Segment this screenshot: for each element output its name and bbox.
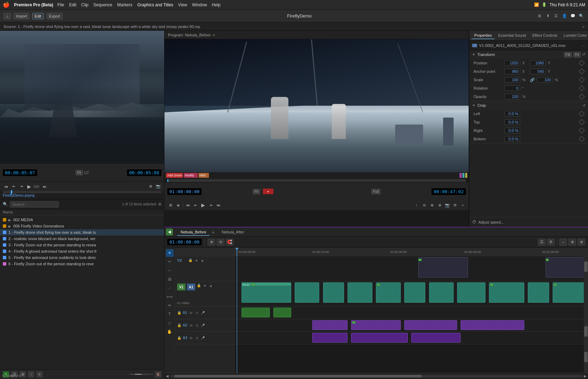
properties-more-btn[interactable]: ··· xyxy=(582,43,585,48)
track-a1-target[interactable]: A1 xyxy=(187,283,195,290)
program-settings[interactable]: ⚙ xyxy=(452,202,458,208)
clip-a3-1[interactable] xyxy=(312,333,348,343)
timeline-timecode[interactable]: 01:00:00:00 xyxy=(167,239,202,245)
source-camera[interactable]: 📷 xyxy=(155,183,161,190)
menu-help[interactable]: Help xyxy=(212,2,220,7)
list-item[interactable]: ▶ 002 MEDIA xyxy=(0,217,164,223)
clip-v1-6[interactable] xyxy=(404,282,426,303)
effect-add-snow[interactable]: Add Snow xyxy=(166,173,183,178)
clip-a1-2[interactable] xyxy=(273,308,291,317)
source-timecode[interactable]: 00:00:05:07 xyxy=(3,169,37,176)
clip-v1-7[interactable] xyxy=(429,282,454,303)
program-step-fwd[interactable]: ↠ xyxy=(208,202,214,208)
anchor-y[interactable]: 540 xyxy=(530,69,546,74)
track-v2-lock[interactable]: 🔒 xyxy=(188,258,192,262)
program-camera[interactable]: 📷 xyxy=(444,202,450,208)
track-eye-icon[interactable]: 👁 xyxy=(194,258,199,263)
list-item[interactable]: 6 - Firefly Zoom out of the person stand… xyxy=(0,261,164,267)
tab-properties[interactable]: Properties xyxy=(471,32,495,39)
list-item[interactable]: 5 - Firefly the astronaut turns suddenly… xyxy=(0,254,164,261)
track-v1-eye[interactable]: 👁 xyxy=(202,283,207,288)
import-button[interactable]: Import xyxy=(14,13,29,19)
anchor-x[interactable]: 960 xyxy=(504,69,520,74)
track-v1-ghost[interactable]: ◈ xyxy=(208,283,213,288)
program-mark-in[interactable]: ⏮ xyxy=(184,202,191,208)
program-header-menu[interactable]: ≡ xyxy=(213,33,215,37)
footer-icon-filter[interactable]: ≡ xyxy=(36,371,43,378)
tl-tool-select[interactable]: ▼ xyxy=(166,249,174,257)
clip-v1-4[interactable] xyxy=(348,282,372,303)
program-toggle[interactable]: ◈ xyxy=(175,202,181,208)
program-step-back[interactable]: ↞ xyxy=(192,202,198,208)
program-lift[interactable]: ↑ xyxy=(413,202,420,208)
menu-view[interactable]: View xyxy=(178,2,187,7)
footer-icon-trash[interactable]: 🗑 xyxy=(155,371,161,378)
scale-keyframe[interactable] xyxy=(579,77,585,83)
menu-sequence[interactable]: Sequence xyxy=(93,2,112,7)
tl-tool-text[interactable]: T xyxy=(166,310,174,318)
tl-tool-ripple[interactable]: ↔ xyxy=(166,267,174,274)
timeline-tab-nebula-before[interactable]: Nebula_Before xyxy=(177,229,210,236)
source-mark-in[interactable]: ⏮ xyxy=(3,183,9,190)
track-a1-solo[interactable]: S xyxy=(195,310,200,315)
tl-timeline-display[interactable]: ☰ xyxy=(538,239,546,246)
source-play-fwd[interactable]: ▷▷ xyxy=(34,183,40,190)
track-a1-mic[interactable]: 🎤 xyxy=(201,310,205,315)
list-item[interactable]: ▶ 006 Firefly Video Generations xyxy=(0,223,164,229)
rotation-keyframe[interactable] xyxy=(579,85,585,91)
scroll-right-arrow[interactable]: ▶ xyxy=(584,374,587,378)
tl-tool-roll[interactable]: ⊞ xyxy=(166,275,174,283)
edit-button[interactable]: Edit xyxy=(32,13,44,19)
toolbar-icon-2[interactable]: ⬆ xyxy=(545,13,551,19)
clip-v2-2[interactable] xyxy=(546,257,584,278)
clip-a2-2[interactable]: fx xyxy=(351,320,400,330)
source-step-fwd[interactable]: ↠ xyxy=(18,183,24,190)
clip-v1-2[interactable] xyxy=(295,282,320,303)
track-a3-lock[interactable]: 🔒 xyxy=(177,336,181,340)
program-insert[interactable]: ⊕ xyxy=(429,202,435,208)
transform-reset[interactable]: ↺ xyxy=(582,52,585,57)
program-extract[interactable]: ⊖ xyxy=(421,202,427,208)
list-item[interactable]: 4 - Firefly A gloved astronaut hand ente… xyxy=(0,248,164,254)
source-overflow-btn[interactable]: » xyxy=(582,24,584,29)
program-duration[interactable]: 00:00:47:02 xyxy=(432,188,466,195)
clip-v1-11[interactable]: fx xyxy=(553,282,584,303)
tl-tool-pen[interactable]: ✏ xyxy=(166,302,174,309)
clip-v1-5[interactable]: fx xyxy=(376,282,401,303)
program-play[interactable]: ▶ xyxy=(200,202,206,208)
clip-v1-9[interactable]: fx xyxy=(489,282,524,303)
tl-add-tracks[interactable]: ⊕ xyxy=(208,239,215,246)
position-x[interactable]: 1920 xyxy=(504,60,520,66)
crop-left-val[interactable]: 0.0 % xyxy=(504,111,520,117)
tl-tool-hand[interactable]: ✋ xyxy=(166,328,174,336)
menu-file[interactable]: File xyxy=(57,2,64,7)
menu-markers[interactable]: Markers xyxy=(117,2,132,7)
list-item[interactable]: 1 - Firefly drone shot flying low over a… xyxy=(0,229,164,236)
toolbar-icon-4[interactable]: 👤 xyxy=(561,13,568,19)
toolbar-icon-3[interactable]: ☰ xyxy=(553,13,559,19)
menu-clip[interactable]: Clip xyxy=(81,2,89,7)
clip-a3-3[interactable] xyxy=(411,333,461,343)
source-add-marker[interactable]: ⊕ xyxy=(147,183,154,190)
source-step-back[interactable]: ↞ xyxy=(10,183,17,190)
toolbar-icon-1[interactable]: ⊞ xyxy=(536,13,542,19)
source-mark-out[interactable]: ⏭ xyxy=(41,183,48,190)
search-input[interactable] xyxy=(10,201,59,208)
crop-left-keyframe[interactable] xyxy=(579,111,585,117)
clip-v2-1[interactable] xyxy=(418,257,468,278)
program-jog-bar[interactable] xyxy=(167,179,466,182)
tl-insert[interactable]: ⊕ xyxy=(568,239,576,246)
timeline-ruler[interactable]: 01:00:00:00 01:00:15:00 01:00:30:00 01:0… xyxy=(234,248,588,256)
record-btn[interactable]: ● xyxy=(263,189,273,194)
tab-lumetri-color[interactable]: Lumetri Color xyxy=(561,32,588,39)
timeline-horizontal-scrollbar[interactable] xyxy=(170,375,582,378)
menu-edit[interactable]: Edit xyxy=(69,2,76,7)
menu-graphics[interactable]: Graphics and Titles xyxy=(137,2,173,7)
track-a3-mic[interactable]: 🎤 xyxy=(201,336,205,341)
crop-right-keyframe[interactable] xyxy=(579,128,585,134)
crop-top-val[interactable]: 0.0 % xyxy=(504,119,520,125)
tl-overwrite[interactable]: ⊗ xyxy=(578,239,585,246)
track-a3-mute[interactable]: M xyxy=(189,336,194,341)
crop-top-keyframe[interactable] xyxy=(579,119,585,125)
clip-a1-1[interactable] xyxy=(241,308,270,317)
